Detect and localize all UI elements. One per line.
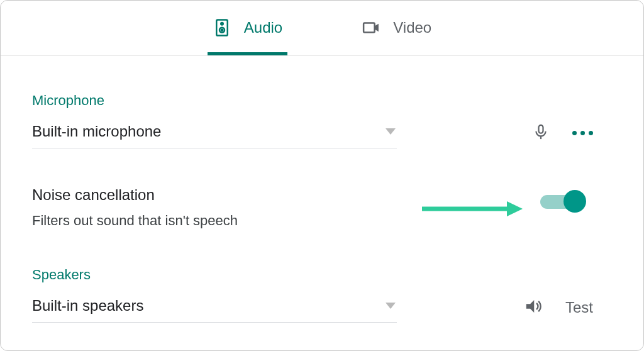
svg-rect-5	[539, 125, 543, 133]
volume-icon	[524, 297, 543, 318]
settings-dialog: Audio Video Microphone Built-in micropho…	[0, 0, 644, 351]
microphone-icon	[532, 123, 550, 143]
noise-cancellation-title: Noise cancellation	[32, 186, 238, 204]
speakers-actions: Test	[524, 297, 593, 318]
tab-video[interactable]: Video	[357, 16, 436, 55]
audio-settings-panel: Microphone Built-in microphone	[1, 56, 643, 323]
more-options-button[interactable]	[572, 131, 593, 135]
chevron-down-icon	[386, 128, 396, 135]
svg-marker-8	[507, 201, 523, 216]
microphone-select[interactable]: Built-in microphone	[32, 118, 397, 148]
camera-icon	[362, 18, 380, 37]
chevron-down-icon	[386, 303, 396, 309]
speakers-section: Speakers Built-in speakers Test	[32, 267, 612, 323]
noise-cancellation-toggle[interactable]	[540, 195, 582, 209]
microphone-section-label: Microphone	[32, 92, 612, 109]
speakers-select[interactable]: Built-in speakers	[32, 292, 397, 323]
toggle-knob	[564, 190, 586, 213]
svg-rect-4	[364, 23, 375, 33]
dot-icon	[589, 131, 593, 135]
noise-cancellation-text: Noise cancellation Filters out sound tha…	[32, 186, 238, 229]
svg-point-3	[221, 30, 223, 31]
dot-icon	[580, 131, 585, 135]
tabs-bar: Audio Video	[1, 1, 643, 56]
noise-cancellation-description: Filters out sound that isn't speech	[32, 213, 238, 229]
tab-audio-label: Audio	[244, 19, 282, 36]
speakers-row: Built-in speakers Test	[32, 292, 612, 323]
dot-icon	[572, 131, 577, 135]
speakers-section-label: Speakers	[32, 267, 612, 283]
speaker-box-icon	[213, 18, 231, 37]
microphone-selected-value: Built-in microphone	[32, 123, 161, 140]
tab-audio[interactable]: Audio	[208, 16, 287, 55]
annotation-arrow-icon	[422, 201, 523, 216]
tab-video-label: Video	[393, 19, 431, 36]
svg-point-1	[221, 23, 223, 25]
test-speakers-button[interactable]: Test	[565, 299, 593, 316]
speakers-selected-value: Built-in speakers	[32, 297, 143, 315]
microphone-row: Built-in microphone	[32, 118, 612, 148]
noise-cancellation-row: Noise cancellation Filters out sound tha…	[32, 186, 612, 229]
microphone-actions	[532, 123, 593, 143]
noise-cancellation-toggle-wrap	[540, 195, 582, 209]
